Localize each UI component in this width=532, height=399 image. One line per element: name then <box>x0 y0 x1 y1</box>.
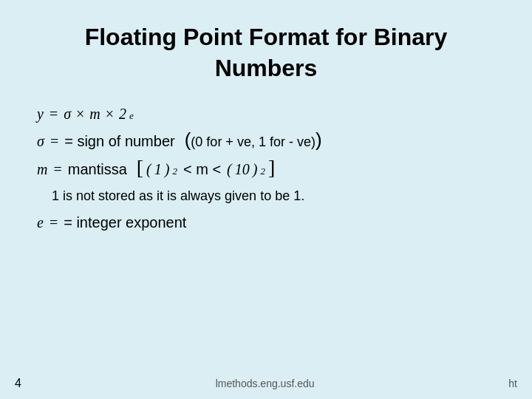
title-line1: Floating Point Format for Binary <box>85 24 448 50</box>
m-upper-sub: 2 <box>260 166 265 177</box>
m-var-y: m <box>89 106 100 123</box>
formula-m-row: m = mantissa [ ( 1 ) 2 < m < ( 10 ) 2 ] <box>37 157 495 178</box>
m-lower-paren-close: ) <box>165 161 170 178</box>
times2: × <box>106 106 114 123</box>
m-upper-paren-open: ( <box>227 161 232 178</box>
url-text: lmethods.eng.usf.edu <box>216 378 315 389</box>
slide: Floating Point Format for Binary Numbers… <box>0 0 532 399</box>
m-var: m <box>37 161 47 178</box>
ht-text: ht <box>508 378 517 389</box>
sigma-paren-text: ((0 for + ve, 1 for - ve)) <box>185 130 322 150</box>
formula-y-row: y = σ × m × 2e <box>37 106 495 123</box>
times1: × <box>76 106 84 123</box>
base2: 2 <box>119 106 126 123</box>
e-var: e <box>37 214 44 231</box>
sigma-var-y: σ <box>64 106 71 123</box>
y-equals: = <box>50 106 58 123</box>
content-area: y = σ × m × 2e σ = = sign of number ((0 … <box>37 106 495 231</box>
sigma-description: = sign of number <box>64 133 175 150</box>
formula-e-row: e = = integer exponent <box>37 214 495 231</box>
sigma-var: σ <box>37 133 44 150</box>
title-line2: Numbers <box>215 55 318 81</box>
sigma-equals-sign: = <box>50 133 58 150</box>
bracket-close: ] <box>268 157 275 178</box>
bottom-bar: 4 lmethods.eng.usf.edu ht <box>0 377 532 390</box>
y-var: y <box>37 106 44 123</box>
m-lower-paren-open: ( <box>146 161 151 178</box>
e-equals-sign: = <box>50 214 58 231</box>
slide-title: Floating Point Format for Binary Numbers <box>37 22 495 83</box>
e-description: = integer exponent <box>64 214 186 231</box>
m-upper-paren-close: ) <box>253 161 258 178</box>
m-lower-sub: 2 <box>172 166 177 177</box>
exponent-e: e <box>129 110 134 122</box>
formula-sigma-row: σ = = sign of number ((0 for + ve, 1 for… <box>37 130 495 150</box>
m-upper-val: 10 <box>235 161 250 178</box>
m-equals-sign: = <box>53 161 61 178</box>
bracket-open: [ <box>137 157 143 178</box>
m-description: mantissa <box>68 161 127 178</box>
m-lt-sym: < m < <box>183 161 221 178</box>
note-line: 1 is not stored as it is always given to… <box>52 188 495 204</box>
m-lower-val: 1 <box>154 161 162 178</box>
slide-number: 4 <box>15 377 21 390</box>
note-text: 1 is not stored as it is always given to… <box>52 188 304 203</box>
